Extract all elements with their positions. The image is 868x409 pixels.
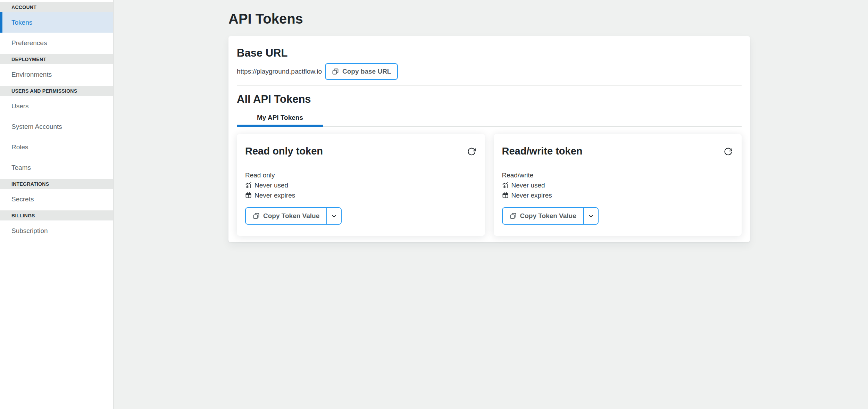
regenerate-token-button[interactable] bbox=[467, 147, 476, 156]
sidebar-item-preferences[interactable]: Preferences bbox=[0, 33, 113, 53]
copy-token-value-button[interactable]: Copy Token Value bbox=[246, 208, 326, 224]
sidebar-item-label: Preferences bbox=[11, 39, 47, 47]
token-card-title: Read only token bbox=[245, 144, 323, 158]
token-scope-line: Read/write bbox=[502, 170, 733, 180]
section-label: DEPLOYMENT bbox=[11, 57, 46, 62]
sidebar-item-secrets[interactable]: Secrets bbox=[0, 189, 113, 209]
copy-icon bbox=[253, 212, 260, 219]
token-card-read-write: Read/write token Read/write bbox=[494, 134, 742, 236]
sidebar-section-billings: BILLINGS bbox=[0, 210, 113, 220]
sidebar-item-system-accounts[interactable]: System Accounts bbox=[0, 116, 113, 137]
section-label: ACCOUNT bbox=[11, 5, 36, 10]
settings-sidebar: ACCOUNT Tokens Preferences DEPLOYMENT En… bbox=[0, 0, 114, 409]
all-api-tokens-heading: All API Tokens bbox=[237, 93, 742, 106]
token-card-header: Read only token bbox=[245, 144, 476, 158]
regenerate-token-button[interactable] bbox=[724, 147, 733, 156]
base-url-value: https://playground.pactflow.io bbox=[237, 68, 322, 75]
base-url-row: https://playground.pactflow.io Copy base… bbox=[237, 63, 742, 80]
token-meta: Read/write Never used bbox=[502, 170, 733, 200]
page-title: API Tokens bbox=[228, 9, 868, 28]
token-expiry-line: Never expires bbox=[502, 190, 733, 200]
sidebar-item-environments[interactable]: Environments bbox=[0, 64, 113, 85]
sidebar-item-label: System Accounts bbox=[11, 123, 62, 131]
copy-token-value-label: Copy Token Value bbox=[520, 212, 576, 220]
copy-icon bbox=[510, 212, 517, 219]
copy-base-url-label: Copy base URL bbox=[342, 68, 391, 75]
token-usage-line: Never used bbox=[502, 180, 733, 190]
base-url-heading: Base URL bbox=[237, 47, 742, 60]
token-expiry-line: Never expires bbox=[245, 190, 476, 200]
copy-token-split-button: Copy Token Value bbox=[502, 207, 599, 225]
calendar-icon bbox=[502, 192, 509, 199]
sidebar-item-roles[interactable]: Roles bbox=[0, 137, 113, 157]
sidebar-item-label: Teams bbox=[11, 164, 31, 172]
copy-token-menu-button[interactable] bbox=[583, 208, 598, 224]
sidebar-section-deployment: DEPLOYMENT bbox=[0, 54, 113, 64]
calendar-icon bbox=[245, 192, 252, 199]
token-scope: Read only bbox=[245, 172, 275, 179]
token-usage: Never used bbox=[511, 182, 545, 189]
sidebar-item-users[interactable]: Users bbox=[0, 96, 113, 116]
copy-token-value-label: Copy Token Value bbox=[263, 212, 319, 220]
section-divider bbox=[237, 85, 742, 86]
token-cards-row: Read only token Read only bbox=[237, 127, 742, 236]
tokens-tabbar: My API Tokens bbox=[237, 114, 742, 127]
sidebar-item-teams[interactable]: Teams bbox=[0, 157, 113, 178]
copy-icon bbox=[332, 68, 339, 75]
tab-my-api-tokens[interactable]: My API Tokens bbox=[237, 114, 323, 126]
refresh-icon bbox=[724, 147, 733, 156]
token-usage-line: Never used bbox=[245, 180, 476, 190]
token-meta: Read only Never used bbox=[245, 170, 476, 200]
main-content: API Tokens Base URL https://playground.p… bbox=[114, 0, 868, 409]
token-card-title: Read/write token bbox=[502, 144, 583, 158]
section-label: INTEGRATIONS bbox=[11, 181, 49, 187]
sidebar-item-label: Subscription bbox=[11, 227, 48, 235]
chevron-down-icon bbox=[588, 213, 594, 219]
token-expiry: Never expires bbox=[511, 192, 552, 199]
sidebar-section-account: ACCOUNT bbox=[0, 2, 113, 12]
sidebar-item-tokens[interactable]: Tokens bbox=[0, 12, 113, 33]
token-usage: Never used bbox=[254, 182, 288, 189]
tab-label: My API Tokens bbox=[257, 114, 303, 121]
refresh-icon bbox=[467, 147, 476, 156]
chart-icon bbox=[245, 182, 252, 189]
section-label: BILLINGS bbox=[11, 213, 35, 218]
sidebar-item-subscription[interactable]: Subscription bbox=[0, 220, 113, 241]
chevron-down-icon bbox=[331, 213, 337, 219]
sidebar-item-label: Tokens bbox=[11, 19, 32, 26]
token-expiry: Never expires bbox=[254, 192, 295, 199]
chart-icon bbox=[502, 182, 509, 189]
section-label: USERS AND PERMISSIONS bbox=[11, 88, 77, 94]
sidebar-item-label: Users bbox=[11, 102, 29, 110]
token-card-header: Read/write token bbox=[502, 144, 733, 158]
sidebar-item-label: Secrets bbox=[11, 195, 34, 203]
copy-token-split-button: Copy Token Value bbox=[245, 207, 342, 225]
copy-token-value-button[interactable]: Copy Token Value bbox=[503, 208, 583, 224]
sidebar-item-label: Environments bbox=[11, 71, 52, 78]
active-tab-underline bbox=[237, 125, 323, 127]
token-scope-line: Read only bbox=[245, 170, 476, 180]
token-scope: Read/write bbox=[502, 172, 534, 179]
sidebar-section-users-permissions: USERS AND PERMISSIONS bbox=[0, 86, 113, 96]
token-card-read-only: Read only token Read only bbox=[237, 134, 485, 236]
sidebar-section-integrations: INTEGRATIONS bbox=[0, 179, 113, 189]
api-tokens-card: Base URL https://playground.pactflow.io … bbox=[228, 36, 750, 242]
copy-base-url-button[interactable]: Copy base URL bbox=[325, 63, 398, 80]
copy-token-menu-button[interactable] bbox=[326, 208, 341, 224]
sidebar-item-label: Roles bbox=[11, 143, 28, 151]
